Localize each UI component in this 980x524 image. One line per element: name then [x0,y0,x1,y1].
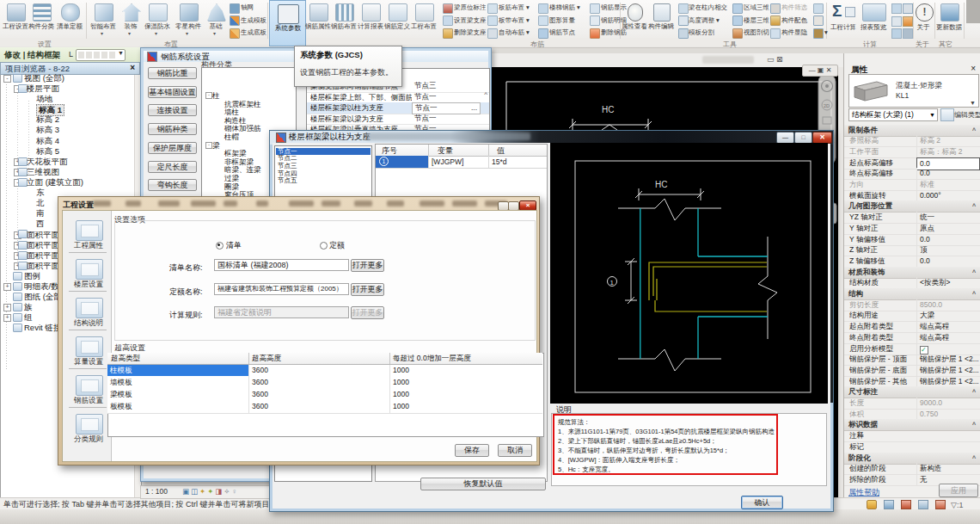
svg-text:HC: HC [602,105,614,114]
svg-text:2D: 2D [824,103,830,108]
svg-text:HC: HC [655,180,667,189]
svg-text:1: 1 [610,279,615,287]
